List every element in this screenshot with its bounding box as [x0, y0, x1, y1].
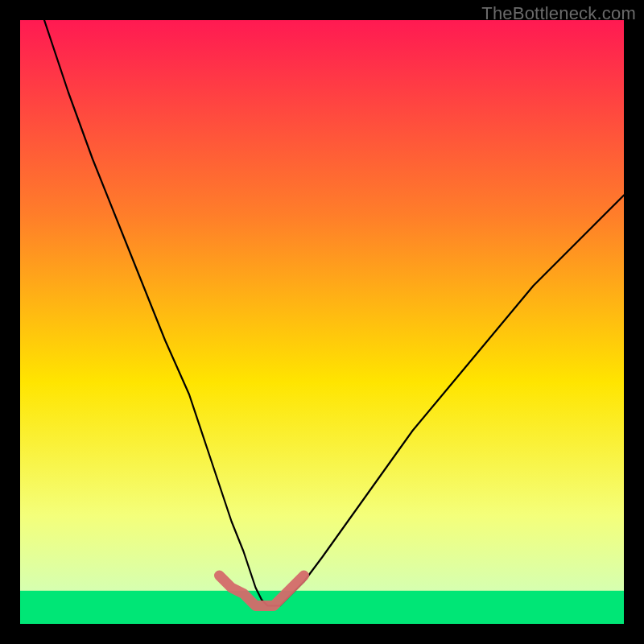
plot-area — [20, 20, 624, 624]
watermark-text: TheBottleneck.com — [481, 3, 636, 24]
green-bottom-band — [20, 591, 624, 624]
gradient-background — [20, 20, 624, 624]
chart-frame: TheBottleneck.com — [0, 0, 644, 644]
bottleneck-chart-svg — [20, 20, 624, 624]
